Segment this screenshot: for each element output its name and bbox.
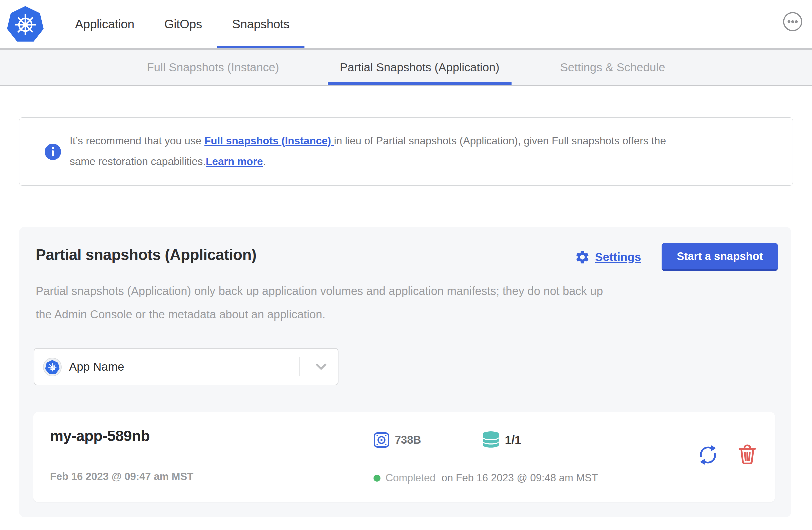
restore-snapshot-button[interactable] — [698, 445, 718, 465]
tab-settings-schedule[interactable]: Settings & Schedule — [548, 50, 677, 85]
panel-description: Partial snapshots (Application) only bac… — [36, 279, 603, 326]
app-select-value: App Name — [69, 349, 124, 385]
top-nav: Application GitOps Snapshots — [0, 0, 812, 48]
banner-text-before: It’s recommend that you use — [70, 135, 204, 147]
panel-title: Partial snapshots (Application) — [36, 246, 257, 264]
full-snapshots-link[interactable]: Full snapshots (Instance) — [204, 135, 334, 147]
banner-period: . — [263, 155, 266, 167]
nav-tab-gitops[interactable]: GitOps — [149, 0, 217, 48]
snapshot-started-date: Feb 16 2023 @ 09:47 am MST — [50, 471, 193, 483]
snapshot-finished-date: on Feb 16 2023 @ 09:48 am MST — [441, 472, 598, 484]
database-icon — [481, 431, 500, 449]
snapshot-size-stat: 738B — [374, 432, 421, 448]
nav-tab-snapshots[interactable]: Snapshots — [217, 0, 304, 48]
snapshot-tabbar: Full Snapshots (Instance) Partial Snapsh… — [0, 48, 812, 86]
gear-icon — [575, 249, 590, 265]
banner-text-after: in lieu of Partial snapshots (Applicatio… — [334, 135, 666, 147]
snapshot-size: 738B — [395, 434, 421, 446]
info-banner: It’s recommend that you use Full snapsho… — [19, 117, 793, 186]
disk-icon — [374, 432, 390, 448]
tab-partial-snapshots-application[interactable]: Partial Snapshots (Application) — [328, 50, 511, 85]
settings-link[interactable]: Settings — [595, 250, 641, 264]
banner-line-2: same restoration capabilities.Learn more… — [70, 151, 767, 172]
start-snapshot-button[interactable]: Start a snapshot — [662, 243, 778, 271]
more-menu-button[interactable] — [783, 12, 803, 32]
status-label: Completed — [386, 472, 436, 484]
trash-icon — [738, 444, 757, 465]
info-icon — [45, 144, 61, 160]
snapshot-name: my-app-589nb — [50, 427, 150, 445]
app-name-select[interactable]: App Name — [34, 348, 338, 385]
delete-snapshot-button[interactable] — [738, 444, 757, 465]
panel-description-line1: Partial snapshots (Application) only bac… — [36, 279, 603, 303]
banner-text: It’s recommend that you use Full snapsho… — [70, 130, 767, 172]
page: Application GitOps Snapshots Full Snapsh… — [0, 0, 812, 530]
chevron-down-icon[interactable] — [314, 363, 330, 371]
nav-tab-application[interactable]: Application — [60, 0, 149, 48]
app-kubernetes-icon — [43, 358, 62, 376]
snapshot-volumes-stat: 1/1 — [481, 431, 521, 449]
primary-nav: Application GitOps Snapshots — [60, 0, 304, 48]
panel-description-line2: the Admin Console or the metadata about … — [36, 303, 603, 326]
snapshot-status-row: Completed on Feb 16 2023 @ 09:48 am MST — [374, 472, 598, 484]
select-divider — [300, 357, 300, 376]
snapshot-volumes: 1/1 — [505, 433, 521, 447]
more-menu-icon — [783, 12, 803, 32]
panel-actions: Settings Start a snapshot — [575, 243, 778, 271]
kubernetes-logo-icon — [7, 5, 44, 43]
banner-line-1: It’s recommend that you use Full snapsho… — [70, 130, 767, 151]
learn-more-link[interactable]: Learn more — [206, 155, 263, 167]
tab-full-snapshots-instance[interactable]: Full Snapshots (Instance) — [135, 50, 291, 85]
restore-icon — [698, 445, 718, 465]
status-dot — [374, 475, 380, 482]
banner-text-line2: same restoration capabilities. — [70, 155, 206, 167]
partial-snapshots-panel: Partial snapshots (Application) Settings… — [19, 227, 791, 517]
snapshot-row: my-app-589nb Feb 16 2023 @ 09:47 am MST … — [33, 412, 775, 502]
